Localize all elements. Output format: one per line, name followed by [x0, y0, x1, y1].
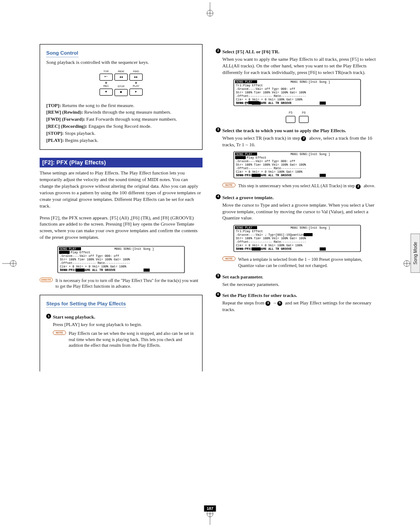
warn-icon: DINOTE: [40, 278, 53, 282]
svg-text:Str= 100% Tim= 100% Vel= 100% : Str= 100% Tim= 100% Vel= 100% Gat= 100%: [236, 91, 306, 94]
svg-text:Str= 100% Tim= 100% Vel= 100% : Str= 100% Tim= 100% Vel= 100% Gat= 100%: [236, 163, 306, 167]
note-icon: NOTE: [222, 256, 236, 261]
f5-button[interactable]: [286, 116, 295, 123]
svg-text:M001 SONG:[Init Song ]: M001 SONG:[Init Song ]: [114, 247, 154, 251]
step-4-title: Select a groove template.: [222, 194, 273, 201]
fwd-button[interactable]: ▸▸: [129, 74, 143, 81]
f-keys: F5 F6: [216, 111, 379, 122]
crop-mark-left: [2, 255, 20, 272]
f2-section-title: [F2]: PFX (Play Effects): [40, 158, 203, 168]
f2-para-2: Press [F2], the PFX screen appears. [F5]…: [40, 215, 203, 241]
side-tab: Song Mode: [411, 234, 420, 273]
svg-text:Clk= +  0 Vel= + 0  Vel= 100% : Clk= + 0 Vel= + 0 Vel= 100% Gat= 100%: [60, 265, 127, 268]
svg-text:SONG PLAY: SONG PLAY: [236, 80, 252, 84]
song-control-box: Song Control Song playback is controlled…: [40, 44, 203, 150]
step-4-note: NOTE When a template is selected from th…: [222, 256, 379, 268]
step-2-body: When you want to apply the same Play Eff…: [222, 56, 379, 76]
step-3-body: When you select TR (each track) in step …: [222, 135, 379, 148]
svg-text:-Offset-------------  Rate----: -Offset------------- Rate--------------: [236, 240, 306, 244]
svg-text:SONG PLAY: SONG PLAY: [236, 152, 252, 156]
svg-text:-Offset-------------  Rate----: -Offset------------- Rate--------------: [236, 167, 306, 170]
lcd-screen-4: SONG PLAY M001 SONG:[Init Song ] Tr1:Pla…: [233, 225, 361, 252]
svg-rect-56: [320, 174, 326, 177]
step-3-bullet: 3: [216, 127, 221, 132]
rew-button[interactable]: ◂◂: [114, 74, 128, 81]
svg-text:SONG PLAY: SONG PLAY: [60, 247, 76, 251]
note-icon: NOTE: [222, 183, 236, 187]
note-icon: NOTE: [53, 330, 66, 335]
step-2-bullet: 2: [216, 48, 221, 53]
step-6-bullet: 6: [216, 292, 221, 297]
f2-para-1: These settings are related to Play Effec…: [40, 170, 203, 209]
rec-button[interactable]: ●: [99, 89, 113, 96]
svg-text:Clk= +  0 Vel= + 0  Vel= 100% : Clk= + 0 Vel= + 0 Vel= 100% Gat= 100%: [236, 244, 303, 247]
svg-rect-28: [144, 268, 150, 271]
svg-rect-63: [304, 233, 313, 236]
step-4-bullet: 4: [216, 194, 221, 199]
svg-text:M001 SONG:[Init Song ]: M001 SONG:[Init Song ]: [291, 226, 330, 230]
key-definitions: [TOP]: Returns the song to the first mea…: [46, 102, 196, 144]
svg-text:Clk= +  0 Vel= + 0  Vel= 100% : Clk= + 0 Vel= + 0 Vel= 100% Gat= 100%: [236, 98, 303, 101]
step-3-note: NOTE This step is unnecessary when you s…: [222, 183, 379, 189]
svg-text:[Tr1]:Play Effect: [Tr1]:Play Effect: [60, 251, 90, 254]
svg-text:-Groove----Val=  ♩   Typ=[001]: -Groove----Val= ♩ Typ=[001]:16Quantize: [236, 233, 304, 237]
song-control-title: Song Control: [46, 50, 78, 57]
svg-text:SONG  PFX  TCH NAME   ALL   TR: SONG PFX TCH NAME ALL TR GROOVE: [236, 101, 291, 105]
svg-text:Tr1:Play Effect: Tr1:Play Effect: [236, 230, 263, 233]
lcd-screen-1: SONG PLAY M001 SONG:[Init Song ] [Tr1]:P…: [57, 246, 185, 273]
svg-text:-Groove----Val= off  Typ= 000:: -Groove----Val= off Typ= 000: off: [60, 254, 119, 258]
svg-text:-Groove----Val= off  Typ= 000:: -Groove----Val= off Typ= 000: off: [236, 87, 295, 91]
svg-text:SONG PLAY: SONG PLAY: [236, 226, 252, 230]
step-1-bullet: 1: [46, 314, 51, 319]
svg-text:-Offset-------------  Rate----: -Offset------------- Rate--------------: [236, 94, 306, 98]
svg-text:[Tr1]:Play Effect: [Tr1]:Play Effect: [236, 156, 266, 160]
lcd-screen-2: SONG PLAY M001 SONG:[Init Song ] Tr1:Pla…: [233, 79, 361, 106]
right-column: 2Select [F5] ALL or [F6] TR. When you wa…: [216, 44, 379, 379]
step-1-body: Press [PLAY] key for song playback to be…: [53, 321, 196, 328]
stop-button[interactable]: ■: [114, 89, 128, 96]
left-column: Song Control Song playback is controlled…: [40, 44, 203, 379]
step-4-body: Move the cursor to Type and select a gro…: [222, 202, 379, 222]
page-number: 187: [204, 505, 216, 512]
steps-title: Steps for Setting the Play Effects: [46, 301, 126, 308]
svg-text:Str= 100% Tim= 100% Vel= 100% : Str= 100% Tim= 100% Vel= 100% Gat= 100%: [236, 237, 306, 240]
sequencer-keys: TOP⭰ REW◂◂ FWD▸▸ REC● STOP■ PLAY▸: [46, 70, 196, 96]
top-button[interactable]: ⭰: [99, 74, 113, 81]
svg-text:SONG  PFX  TCH NAME   ALL   TR: SONG PFX TCH NAME ALL TR GROOVE: [60, 268, 115, 272]
svg-text:-Offset-------------  Rate----: -Offset------------- Rate--------------: [60, 261, 130, 265]
f6-button[interactable]: [299, 116, 309, 123]
svg-text:M001 SONG:[Init Song ]: M001 SONG:[Init Song ]: [291, 152, 330, 156]
warning-note: DINOTE It is necessary for you to turn o…: [40, 278, 203, 289]
step-2-title: Select [F5] ALL or [F6] TR.: [222, 48, 280, 55]
step-5-title: Set each parameter.: [222, 274, 263, 280]
svg-text:Str= 100% Tim= 100% Vel= 100% : Str= 100% Tim= 100% Vel= 100% Gat= 100%: [60, 258, 130, 261]
step-6-title: Set the Play Effects for other tracks.: [222, 292, 297, 299]
rec-led: [105, 82, 107, 84]
svg-text:SONG  PFX  TCH NAME   ALL   TR: SONG PFX TCH NAME ALL TR GROOVE: [236, 174, 291, 177]
play-led: [135, 82, 137, 84]
svg-text:Tr1:Play Effect: Tr1:Play Effect: [236, 84, 263, 87]
lcd-screen-3: SONG PLAY M001 SONG:[Init Song ] [Tr1]:P…: [233, 151, 361, 178]
svg-rect-70: [320, 248, 326, 251]
svg-text:Clk= +  0 Vel= + 0  Vel= 100% : Clk= + 0 Vel= + 0 Vel= 100% Gat= 100%: [236, 170, 303, 174]
step-3-title: Select the track to which you want to ap…: [222, 127, 346, 134]
svg-text:SONG  PFX  TCH NAME   ALL   TR: SONG PFX TCH NAME ALL TR GROOVE: [236, 247, 291, 251]
step-6-body: Repeat the steps from 3 ~ 5 and set Play…: [222, 300, 379, 313]
crop-mark-top: [201, 2, 219, 20]
step-5-bullet: 5: [216, 274, 221, 278]
song-control-intro: Song playback is controlled with the seq…: [46, 59, 196, 66]
play-button[interactable]: ▸: [129, 89, 143, 96]
step-5-body: Set the necessary parameters.: [222, 281, 379, 288]
steps-box: Steps for Setting the Play Effects 1Star…: [40, 295, 203, 371]
step-1-title: Start song playback.: [53, 314, 95, 320]
svg-text:M001 SONG:[Init Song ]: M001 SONG:[Init Song ]: [291, 80, 330, 84]
svg-rect-42: [320, 102, 326, 105]
svg-text:-Groove----Val= off  Typ= 000:: -Groove----Val= off Typ= 000: off: [236, 160, 295, 163]
